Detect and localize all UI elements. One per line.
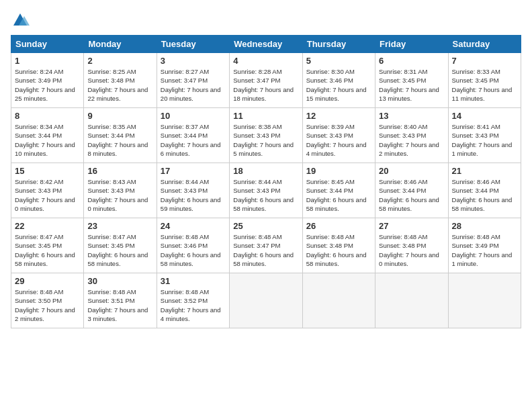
- col-header-wednesday: Wednesday: [230, 36, 302, 53]
- day-info: Sunrise: 8:27 AM Sunset: 3:47 PM Dayligh…: [161, 67, 226, 103]
- day-info: Sunrise: 8:24 AM Sunset: 3:49 PM Dayligh…: [15, 67, 80, 103]
- day-number: 27: [379, 221, 444, 231]
- calendar-cell: 13 Sunrise: 8:40 AM Sunset: 3:43 PM Dayl…: [375, 108, 448, 163]
- day-number: 14: [452, 111, 517, 121]
- calendar-cell: 14 Sunrise: 8:41 AM Sunset: 3:43 PM Dayl…: [448, 108, 521, 163]
- calendar-cell: 24 Sunrise: 8:48 AM Sunset: 3:46 PM Dayl…: [157, 218, 229, 273]
- day-info: Sunrise: 8:25 AM Sunset: 3:48 PM Dayligh…: [87, 67, 152, 103]
- calendar-cell: 31 Sunrise: 8:48 AM Sunset: 3:52 PM Dayl…: [157, 273, 229, 328]
- day-info: Sunrise: 8:47 AM Sunset: 3:45 PM Dayligh…: [15, 232, 80, 268]
- day-info: Sunrise: 8:42 AM Sunset: 3:43 PM Dayligh…: [15, 177, 80, 213]
- calendar-cell: 6 Sunrise: 8:31 AM Sunset: 3:45 PM Dayli…: [375, 53, 448, 108]
- calendar-cell: 25 Sunrise: 8:48 AM Sunset: 3:47 PM Dayl…: [230, 218, 302, 273]
- day-info: Sunrise: 8:46 AM Sunset: 3:44 PM Dayligh…: [452, 177, 517, 213]
- calendar-cell: 22 Sunrise: 8:47 AM Sunset: 3:45 PM Dayl…: [11, 218, 84, 273]
- calendar-cell: 10 Sunrise: 8:37 AM Sunset: 3:44 PM Dayl…: [157, 108, 229, 163]
- day-number: 15: [15, 166, 80, 176]
- day-number: 26: [306, 221, 371, 231]
- calendar-cell: 21 Sunrise: 8:46 AM Sunset: 3:44 PM Dayl…: [448, 163, 521, 218]
- day-number: 17: [161, 166, 226, 176]
- day-info: Sunrise: 8:37 AM Sunset: 3:44 PM Dayligh…: [161, 122, 226, 158]
- day-info: Sunrise: 8:48 AM Sunset: 3:50 PM Dayligh…: [15, 287, 80, 323]
- col-header-friday: Friday: [375, 36, 448, 53]
- day-number: 10: [161, 111, 226, 121]
- day-info: Sunrise: 8:46 AM Sunset: 3:44 PM Dayligh…: [379, 177, 444, 213]
- day-info: Sunrise: 8:48 AM Sunset: 3:49 PM Dayligh…: [452, 232, 517, 268]
- day-info: Sunrise: 8:48 AM Sunset: 3:48 PM Dayligh…: [306, 232, 371, 268]
- day-number: 4: [233, 56, 298, 66]
- day-info: Sunrise: 8:30 AM Sunset: 3:46 PM Dayligh…: [306, 67, 371, 103]
- day-info: Sunrise: 8:33 AM Sunset: 3:45 PM Dayligh…: [452, 67, 517, 103]
- calendar-cell: [230, 273, 302, 328]
- day-info: Sunrise: 8:43 AM Sunset: 3:43 PM Dayligh…: [87, 177, 152, 213]
- day-info: Sunrise: 8:48 AM Sunset: 3:51 PM Dayligh…: [87, 287, 152, 323]
- col-header-tuesday: Tuesday: [157, 36, 229, 53]
- calendar-cell: 2 Sunrise: 8:25 AM Sunset: 3:48 PM Dayli…: [84, 53, 157, 108]
- day-number: 9: [87, 111, 152, 121]
- day-number: 29: [15, 276, 80, 286]
- day-number: 7: [452, 56, 517, 66]
- day-number: 23: [87, 221, 152, 231]
- calendar-cell: 11 Sunrise: 8:38 AM Sunset: 3:43 PM Dayl…: [230, 108, 302, 163]
- day-number: 21: [452, 166, 517, 176]
- logo: [11, 11, 32, 30]
- day-info: Sunrise: 8:38 AM Sunset: 3:43 PM Dayligh…: [233, 122, 298, 158]
- calendar-cell: 20 Sunrise: 8:46 AM Sunset: 3:44 PM Dayl…: [375, 163, 448, 218]
- logo-icon: [11, 11, 30, 30]
- day-info: Sunrise: 8:35 AM Sunset: 3:44 PM Dayligh…: [87, 122, 152, 158]
- calendar-cell: 28 Sunrise: 8:48 AM Sunset: 3:49 PM Dayl…: [448, 218, 521, 273]
- day-number: 2: [87, 56, 152, 66]
- calendar: SundayMondayTuesdayWednesdayThursdayFrid…: [11, 35, 521, 328]
- day-info: Sunrise: 8:48 AM Sunset: 3:48 PM Dayligh…: [379, 232, 444, 268]
- calendar-cell: 19 Sunrise: 8:45 AM Sunset: 3:44 PM Dayl…: [302, 163, 375, 218]
- day-info: Sunrise: 8:44 AM Sunset: 3:43 PM Dayligh…: [161, 177, 226, 213]
- calendar-cell: 12 Sunrise: 8:39 AM Sunset: 3:43 PM Dayl…: [302, 108, 375, 163]
- day-info: Sunrise: 8:34 AM Sunset: 3:44 PM Dayligh…: [15, 122, 80, 158]
- calendar-cell: 30 Sunrise: 8:48 AM Sunset: 3:51 PM Dayl…: [84, 273, 157, 328]
- day-info: Sunrise: 8:48 AM Sunset: 3:46 PM Dayligh…: [161, 232, 226, 268]
- day-number: 16: [87, 166, 152, 176]
- day-number: 30: [87, 276, 152, 286]
- calendar-cell: 8 Sunrise: 8:34 AM Sunset: 3:44 PM Dayli…: [11, 108, 84, 163]
- day-number: 25: [233, 221, 298, 231]
- day-number: 3: [161, 56, 226, 66]
- calendar-cell: [375, 273, 448, 328]
- day-number: 13: [379, 111, 444, 121]
- calendar-cell: 1 Sunrise: 8:24 AM Sunset: 3:49 PM Dayli…: [11, 53, 84, 108]
- day-number: 31: [161, 276, 226, 286]
- calendar-cell: 27 Sunrise: 8:48 AM Sunset: 3:48 PM Dayl…: [375, 218, 448, 273]
- day-number: 18: [233, 166, 298, 176]
- day-number: 20: [379, 166, 444, 176]
- day-info: Sunrise: 8:39 AM Sunset: 3:43 PM Dayligh…: [306, 122, 371, 158]
- col-header-thursday: Thursday: [302, 36, 375, 53]
- calendar-cell: 3 Sunrise: 8:27 AM Sunset: 3:47 PM Dayli…: [157, 53, 229, 108]
- day-number: 5: [306, 56, 371, 66]
- day-number: 22: [15, 221, 80, 231]
- day-info: Sunrise: 8:47 AM Sunset: 3:45 PM Dayligh…: [87, 232, 152, 268]
- day-info: Sunrise: 8:31 AM Sunset: 3:45 PM Dayligh…: [379, 67, 444, 103]
- day-number: 28: [452, 221, 517, 231]
- day-info: Sunrise: 8:41 AM Sunset: 3:43 PM Dayligh…: [452, 122, 517, 158]
- day-number: 24: [161, 221, 226, 231]
- calendar-cell: 29 Sunrise: 8:48 AM Sunset: 3:50 PM Dayl…: [11, 273, 84, 328]
- calendar-cell: 15 Sunrise: 8:42 AM Sunset: 3:43 PM Dayl…: [11, 163, 84, 218]
- calendar-cell: 17 Sunrise: 8:44 AM Sunset: 3:43 PM Dayl…: [157, 163, 229, 218]
- day-number: 11: [233, 111, 298, 121]
- calendar-cell: 16 Sunrise: 8:43 AM Sunset: 3:43 PM Dayl…: [84, 163, 157, 218]
- col-header-sunday: Sunday: [11, 36, 84, 53]
- day-info: Sunrise: 8:28 AM Sunset: 3:47 PM Dayligh…: [233, 67, 298, 103]
- calendar-cell: 9 Sunrise: 8:35 AM Sunset: 3:44 PM Dayli…: [84, 108, 157, 163]
- day-info: Sunrise: 8:44 AM Sunset: 3:43 PM Dayligh…: [233, 177, 298, 213]
- day-number: 12: [306, 111, 371, 121]
- col-header-saturday: Saturday: [448, 36, 521, 53]
- calendar-cell: 23 Sunrise: 8:47 AM Sunset: 3:45 PM Dayl…: [84, 218, 157, 273]
- day-info: Sunrise: 8:48 AM Sunset: 3:52 PM Dayligh…: [161, 287, 226, 323]
- calendar-cell: [302, 273, 375, 328]
- calendar-cell: 4 Sunrise: 8:28 AM Sunset: 3:47 PM Dayli…: [230, 53, 302, 108]
- calendar-cell: 5 Sunrise: 8:30 AM Sunset: 3:46 PM Dayli…: [302, 53, 375, 108]
- day-info: Sunrise: 8:45 AM Sunset: 3:44 PM Dayligh…: [306, 177, 371, 213]
- calendar-cell: 18 Sunrise: 8:44 AM Sunset: 3:43 PM Dayl…: [230, 163, 302, 218]
- calendar-cell: 7 Sunrise: 8:33 AM Sunset: 3:45 PM Dayli…: [448, 53, 521, 108]
- day-number: 8: [15, 111, 80, 121]
- day-info: Sunrise: 8:48 AM Sunset: 3:47 PM Dayligh…: [233, 232, 298, 268]
